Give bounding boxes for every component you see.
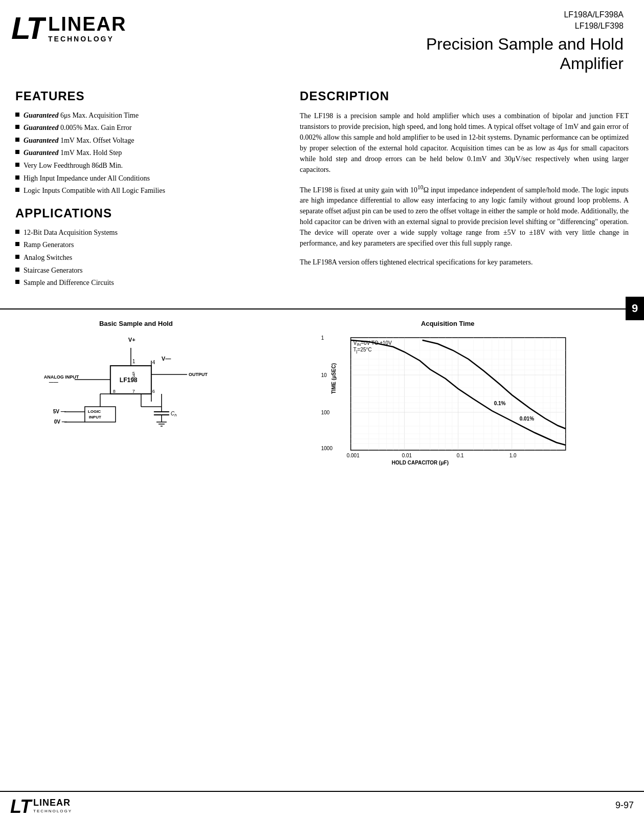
bullet-icon [15, 175, 19, 180]
footer-linear-text: LINEAR [33, 798, 72, 808]
svg-text:LT: LT [10, 796, 33, 816]
svg-text:10: 10 [321, 372, 327, 378]
list-item: Staircase Generators [15, 265, 284, 276]
list-item: Ramp Generators [15, 240, 284, 250]
list-item: Analog Switches [15, 253, 284, 263]
list-item: Guaranteed 0.005% Max. Gain Error [15, 123, 284, 133]
svg-text:——: —— [49, 380, 58, 385]
acquisition-time-graph: 0.1% 0.01% 1 10 100 1000 TIME (μSEC) 0.0… [267, 333, 629, 455]
list-item: Logic Inputs Compatible with All Logic F… [15, 186, 284, 196]
list-item: Very Low Feedthrough 86dB Min. [15, 161, 284, 171]
graph-svg: 0.1% 0.01% 1 10 100 1000 TIME (μSEC) 0.0… [267, 333, 629, 466]
list-item: Guaranteed 6μs Max. Acquisition Time [15, 110, 284, 121]
list-item: Guaranteed 1mV Max. Offset Voltage [15, 136, 284, 146]
circuit-svg: V+ V— LF198 1 4 3 ANALOG INPUT —— [15, 333, 257, 445]
feature-italic: Guaranteed [24, 137, 58, 144]
bullet-icon [15, 255, 19, 259]
list-item: 12-Bit Data Acquisition Systems [15, 228, 284, 238]
svg-text:LT: LT [11, 10, 46, 42]
circuit-diagram-section: Basic Sample and Hold V+ V— LF198 1 4 [15, 320, 257, 455]
svg-text:LOGIC: LOGIC [88, 409, 101, 414]
logo-lt-text: LT [10, 9, 46, 48]
svg-text:5V —: 5V — [53, 409, 66, 414]
bullet-icon [15, 150, 19, 154]
feature-italic: Guaranteed [24, 149, 58, 157]
header-title: LF198A/LF398ALF198/LF398 Precision Sampl… [164, 9, 629, 74]
svg-text:0.01: 0.01 [402, 453, 412, 458]
footer-logo: LT LINEAR TECHNOLOGY [10, 795, 72, 816]
main-content: FEATURES Guaranteed 6μs Max. Acquisition… [0, 79, 644, 308]
linear-text: LINEAR [48, 14, 126, 34]
footer: LT LINEAR TECHNOLOGY 9-97 [0, 791, 644, 819]
features-list: Guaranteed 6μs Max. Acquisition Time Gua… [15, 110, 284, 196]
svg-text:0.01%: 0.01% [519, 416, 534, 422]
diagrams-area: Basic Sample and Hold V+ V— LF198 1 4 [0, 309, 644, 455]
svg-text:V+: V+ [128, 337, 136, 343]
svg-text:6: 6 [152, 389, 155, 394]
footer-brand: LINEAR TECHNOLOGY [33, 798, 72, 813]
svg-text:4: 4 [152, 360, 156, 365]
bullet-icon [15, 242, 19, 246]
svg-text:1: 1 [321, 335, 324, 341]
svg-text:HOLD CAPACITOR (μF): HOLD CAPACITOR (μF) [391, 460, 448, 466]
svg-text:0.1%: 0.1% [494, 401, 505, 406]
svg-text:0.1: 0.1 [456, 453, 463, 458]
svg-text:1000: 1000 [321, 446, 332, 451]
description-heading: DESCRIPTION [300, 89, 629, 103]
svg-text:100: 100 [321, 410, 329, 415]
bullet-icon [15, 163, 19, 167]
description-para-2: The LF198 is fixed at unity gain with 10… [300, 183, 629, 249]
right-column: DESCRIPTION The LF198 is a precision sam… [300, 89, 629, 298]
svg-text:INPUT: INPUT [89, 415, 101, 419]
svg-text:0.001: 0.001 [346, 453, 359, 458]
footer-page-number: 9-97 [615, 800, 634, 811]
svg-text:7: 7 [132, 389, 135, 394]
product-title: Precision Sample and HoldAmplifier [164, 34, 624, 74]
features-heading: FEATURES [15, 89, 284, 103]
svg-text:ANALOG INPUT: ANALOG INPUT [44, 374, 79, 380]
part-numbers: LF198A/LF398ALF198/LF398 [164, 9, 624, 32]
applications-list: 12-Bit Data Acquisition Systems Ramp Gen… [15, 228, 284, 288]
list-item: High Input Impedance under All Condition… [15, 173, 284, 184]
bullet-icon [15, 280, 19, 284]
svg-text:Ch: Ch [171, 411, 177, 417]
bullet-icon [15, 188, 19, 192]
list-item: Sample and Difference Circuits [15, 278, 284, 288]
lt-logo-icon: LT [10, 9, 46, 42]
description-para-3: The LF198A version offers tightened elec… [300, 257, 629, 268]
graph-section: Acquisition Time [267, 320, 629, 455]
feature-italic: Guaranteed [24, 124, 58, 131]
technology-text: TECHNOLOGY [48, 35, 114, 43]
svg-text:V—: V— [162, 356, 171, 362]
linear-logo: LINEAR TECHNOLOGY [48, 14, 126, 43]
header: LT LINEAR TECHNOLOGY LF198A/LF398ALF198/… [0, 0, 644, 79]
footer-lt-icon: LT [10, 795, 33, 816]
feature-italic: Guaranteed [24, 112, 58, 119]
bullet-icon [15, 138, 19, 142]
svg-text:TIME (μSEC): TIME (μSEC) [330, 363, 336, 394]
circuit-diagram-title: Basic Sample and Hold [15, 320, 257, 327]
page-badge: 9 [626, 297, 644, 320]
svg-text:1.0: 1.0 [509, 453, 516, 458]
svg-text:5: 5 [132, 371, 135, 376]
logo-area: LT LINEAR TECHNOLOGY [10, 9, 164, 48]
svg-text:Tj=25°C: Tj=25°C [353, 347, 371, 353]
footer-technology-text: TECHNOLOGY [33, 809, 72, 813]
bullet-icon [15, 113, 19, 117]
circuit-diagram: V+ V— LF198 1 4 3 ANALOG INPUT —— [15, 333, 257, 445]
left-column: FEATURES Guaranteed 6μs Max. Acquisition… [15, 89, 284, 298]
bullet-icon [15, 125, 19, 129]
svg-text:0V —: 0V — [54, 419, 67, 425]
description-para-1: The LF198 is a precision sample and hold… [300, 110, 629, 175]
svg-text:8: 8 [113, 389, 116, 394]
graph-title: Acquisition Time [267, 320, 629, 327]
bullet-icon [15, 268, 19, 272]
svg-text:1: 1 [132, 359, 136, 364]
list-item: Guaranteed 1mV Max. Hold Step [15, 148, 284, 158]
applications-heading: APPLICATIONS [15, 206, 284, 220]
bullet-icon [15, 230, 19, 234]
svg-text:OUTPUT: OUTPUT [189, 372, 208, 377]
